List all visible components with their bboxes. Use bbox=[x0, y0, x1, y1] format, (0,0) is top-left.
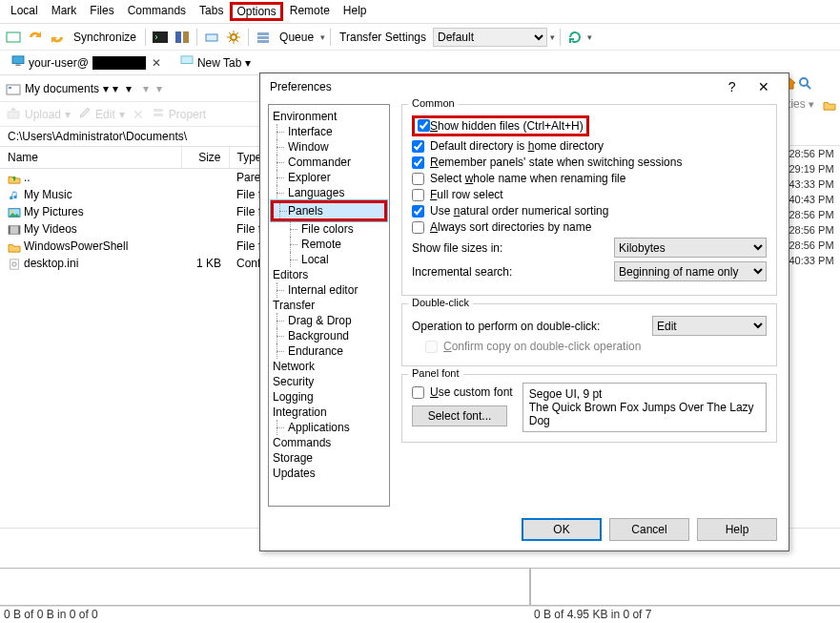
log-pane-right bbox=[530, 568, 840, 606]
ok-button[interactable]: OK bbox=[522, 518, 602, 541]
open-folder-dropdown-icon[interactable]: ▾ bbox=[126, 82, 132, 95]
upload-icon[interactable] bbox=[6, 106, 21, 122]
nav-fwd-dropdown[interactable]: ▾ bbox=[156, 82, 162, 95]
tab-label-prefix: your-user@ bbox=[29, 56, 89, 70]
font-preview-line2: The Quick Brown Fox Jumps Over The Lazy … bbox=[529, 401, 760, 427]
tree-node-transfer[interactable]: Transfer bbox=[271, 298, 387, 313]
edit-dropdown-icon[interactable]: ▾ bbox=[119, 108, 125, 121]
lbl-default-dir[interactable]: Default directory is home directory bbox=[430, 139, 604, 153]
address-icon[interactable] bbox=[4, 28, 23, 47]
svg-rect-20 bbox=[9, 226, 10, 235]
properties-label[interactable]: Propert bbox=[169, 108, 206, 121]
gear-icon[interactable] bbox=[224, 28, 243, 47]
edit-icon[interactable] bbox=[78, 106, 92, 122]
transfer-settings-dropdown-icon[interactable]: ▾ bbox=[550, 32, 555, 42]
help-button[interactable]: Help bbox=[697, 518, 777, 541]
tree-node-logging[interactable]: Logging bbox=[271, 389, 387, 405]
find-icon[interactable] bbox=[798, 76, 813, 92]
lbl-always-sort-dirs[interactable]: Always sort directories by name bbox=[430, 220, 591, 234]
col-name[interactable]: Name bbox=[0, 147, 181, 169]
sync-icon-2[interactable] bbox=[48, 28, 67, 47]
menu-help[interactable]: Help bbox=[337, 2, 374, 21]
tree-node-interface[interactable]: Interface bbox=[271, 124, 387, 139]
transfer-settings-select[interactable]: Default bbox=[433, 28, 547, 47]
tree-node-endurance[interactable]: Endurance bbox=[271, 343, 387, 359]
log-panes bbox=[0, 568, 840, 606]
tree-node-security[interactable]: Security bbox=[271, 374, 387, 389]
tree-node-local[interactable]: Local bbox=[271, 252, 387, 267]
tree-node-panels[interactable]: Panels bbox=[271, 200, 387, 221]
tree-node-updates[interactable]: Updates bbox=[271, 466, 387, 481]
help-icon[interactable]: ? bbox=[719, 79, 746, 94]
col-size[interactable]: Size bbox=[181, 147, 229, 169]
menu-commands[interactable]: Commands bbox=[121, 2, 193, 21]
dual-pane-icon[interactable] bbox=[173, 28, 192, 47]
synchronize-button[interactable]: Synchronize bbox=[70, 31, 140, 44]
sel-show-sizes[interactable]: Kilobytes bbox=[614, 238, 767, 258]
transfer-icon[interactable] bbox=[202, 28, 221, 47]
location-split-icon[interactable]: ▾ bbox=[113, 82, 118, 95]
close-icon[interactable]: ✕ bbox=[748, 79, 779, 94]
terminal-icon[interactable] bbox=[151, 28, 170, 47]
menu-tabs[interactable]: Tabs bbox=[193, 2, 230, 21]
refresh-dropdown-icon[interactable]: ▾ bbox=[587, 32, 592, 42]
sync-icon-1[interactable] bbox=[26, 28, 45, 47]
lbl-show-hidden[interactable]: Show hidden files (Ctrl+Alt+H) bbox=[430, 119, 584, 133]
props-icon[interactable] bbox=[152, 106, 165, 122]
tree-node-remote[interactable]: Remote bbox=[271, 237, 387, 252]
lbl-full-row[interactable]: Full row select bbox=[430, 188, 503, 201]
sel-incremental[interactable]: Beginning of name only bbox=[614, 261, 767, 281]
new-tab-button[interactable]: New Tab ▾ bbox=[174, 53, 256, 72]
tree-node-explorer[interactable]: Explorer bbox=[271, 170, 387, 185]
tree-node-storage[interactable]: Storage bbox=[271, 450, 387, 466]
preferences-tree[interactable]: EnvironmentInterfaceWindowCommanderExplo… bbox=[268, 104, 390, 507]
tree-node-commander[interactable]: Commander bbox=[271, 155, 387, 170]
upload-dropdown-icon[interactable]: ▾ bbox=[65, 108, 71, 121]
tree-node-integration[interactable]: Integration bbox=[271, 405, 387, 420]
lbl-custom-font[interactable]: Use custom font bbox=[430, 385, 513, 399]
session-tab-active[interactable]: your-user@ ✕ bbox=[6, 53, 169, 72]
tree-node-environment[interactable]: Environment bbox=[271, 109, 387, 124]
menu-files[interactable]: Files bbox=[83, 2, 120, 21]
chk-always-sort-dirs[interactable] bbox=[412, 221, 424, 234]
tree-node-editors[interactable]: Editors bbox=[271, 267, 387, 282]
edit-label[interactable]: Edit bbox=[95, 108, 115, 121]
sel-dbl-op[interactable]: Edit bbox=[652, 316, 767, 336]
location-button[interactable]: My documents ▾ bbox=[6, 82, 109, 95]
tree-node-drag-drop[interactable]: Drag & Drop bbox=[271, 313, 387, 328]
chk-show-hidden[interactable] bbox=[418, 119, 430, 132]
cancel-button[interactable]: Cancel bbox=[609, 518, 689, 541]
chk-remember-panels[interactable] bbox=[412, 156, 424, 169]
chk-default-dir[interactable] bbox=[412, 140, 424, 153]
queue-icon[interactable] bbox=[254, 28, 273, 47]
nav-back-dropdown[interactable]: ▾ bbox=[143, 82, 149, 95]
menu-remote[interactable]: Remote bbox=[283, 2, 337, 21]
tree-node-window[interactable]: Window bbox=[271, 139, 387, 155]
new-tab-dropdown-icon[interactable]: ▾ bbox=[245, 56, 251, 70]
tree-node-commands[interactable]: Commands bbox=[271, 435, 387, 450]
menu-mark[interactable]: Mark bbox=[45, 2, 84, 21]
lbl-select-whole-name[interactable]: Select whole name when renaming file bbox=[430, 172, 625, 185]
chk-select-whole-name[interactable] bbox=[412, 173, 424, 185]
close-tab-icon[interactable]: ✕ bbox=[150, 56, 163, 70]
upload-label[interactable]: Upload bbox=[25, 108, 61, 121]
menu-local[interactable]: Local bbox=[4, 2, 45, 21]
queue-dropdown-icon[interactable]: ▾ bbox=[320, 32, 325, 42]
tree-node-network[interactable]: Network bbox=[271, 359, 387, 374]
chk-full-row[interactable] bbox=[412, 189, 424, 201]
lbl-natural-order[interactable]: Use natural order numerical sorting bbox=[430, 204, 608, 218]
btn-select-font[interactable]: Select font... bbox=[412, 405, 507, 426]
tree-node-internal-editor[interactable]: Internal editor bbox=[271, 282, 387, 298]
transfer-settings-label: Transfer Settings bbox=[336, 31, 430, 44]
tree-node-background[interactable]: Background bbox=[271, 328, 387, 343]
refresh-icon[interactable] bbox=[565, 28, 584, 47]
queue-button[interactable]: Queue bbox=[276, 31, 318, 44]
menu-options[interactable]: Options bbox=[230, 2, 282, 21]
chk-natural-order[interactable] bbox=[412, 205, 424, 218]
tree-node-languages[interactable]: Languages bbox=[271, 185, 387, 200]
tree-node-file-colors[interactable]: File colors bbox=[271, 221, 387, 237]
chk-custom-font[interactable] bbox=[412, 386, 424, 399]
tree-node-applications[interactable]: Applications bbox=[271, 420, 387, 435]
delete-icon[interactable]: ✕ bbox=[129, 107, 148, 122]
lbl-remember-panels[interactable]: Remember panels' state when switching se… bbox=[430, 156, 682, 169]
